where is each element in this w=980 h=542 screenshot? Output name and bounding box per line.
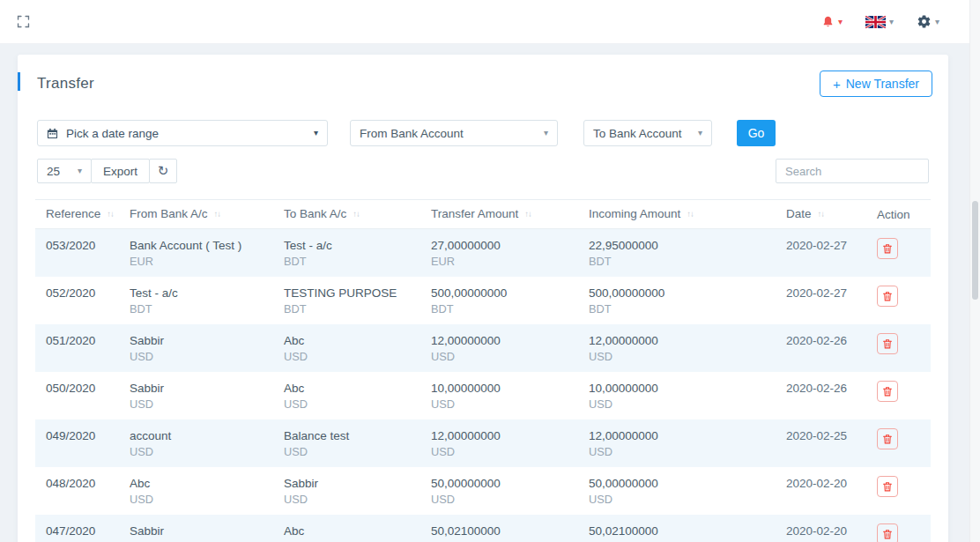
incoming-amount-cell: 12,00000000USD: [578, 419, 776, 467]
transfer-amount-cell: 50,00000000USD: [420, 467, 578, 515]
chevron-down-icon: ▾: [889, 18, 894, 26]
delete-button[interactable]: [877, 381, 898, 402]
column-header-label: From Bank A/c: [130, 207, 208, 220]
column-header-label: Reference: [46, 207, 100, 220]
column-header-label: To Bank A/c: [284, 207, 346, 220]
column-header[interactable]: To Bank A/c↑↓: [273, 200, 420, 229]
gear-icon: [917, 14, 932, 29]
transfer-table-head-row: Reference↑↓From Bank A/c↑↓To Bank A/c↑↓T…: [35, 200, 931, 229]
transfer-table: Reference↑↓From Bank A/c↑↓To Bank A/c↑↓T…: [35, 199, 931, 542]
from-bank-account-value: From Bank Account: [360, 127, 464, 140]
sort-icon: ↑↓: [107, 209, 114, 219]
delete-button[interactable]: [877, 523, 898, 542]
export-button[interactable]: Export: [91, 159, 150, 183]
trash-icon: [882, 243, 893, 255]
delete-button[interactable]: [877, 286, 898, 307]
go-button[interactable]: Go: [737, 120, 776, 146]
uk-flag-icon: [865, 16, 886, 28]
column-header[interactable]: Date↑↓: [776, 200, 866, 229]
action-cell: [866, 467, 931, 515]
transfer-table-body: 053/2020 Bank Account ( Test )EUR Test -…: [35, 229, 931, 542]
from-bank-cell: Bank Account ( Test )EUR: [119, 229, 273, 278]
sort-icon: ↑↓: [687, 209, 694, 219]
column-header-label: Date: [786, 207, 812, 220]
to-bank-cell: AbcUSD: [273, 324, 420, 372]
transfer-amount-cell: 10,00000000USD: [420, 372, 578, 419]
to-bank-cell: AbcUSD: [273, 372, 420, 419]
column-header-label: Action: [877, 208, 910, 221]
delete-button[interactable]: [877, 333, 898, 354]
incoming-amount-cell: 50,00000000USD: [578, 467, 776, 515]
delete-button[interactable]: [877, 428, 898, 449]
table-row: 050/2020 SabbirUSD AbcUSD 10,00000000USD…: [35, 372, 931, 419]
column-header[interactable]: Transfer Amount↑↓: [420, 200, 578, 229]
trash-icon: [882, 338, 893, 350]
transfer-amount-cell: 500,00000000BDT: [420, 277, 578, 324]
from-bank-cell: SabbirUSD: [119, 372, 273, 419]
plus-icon: +: [833, 78, 841, 91]
incoming-amount-cell: 50,02100000: [578, 515, 776, 542]
date-cell: 2020-02-20: [776, 467, 866, 515]
page-size-value: 25: [47, 165, 60, 178]
column-header[interactable]: From Bank A/c↑↓: [119, 200, 273, 229]
chevron-down-icon: ▾: [935, 18, 939, 26]
trash-icon: [882, 481, 893, 493]
chevron-down-icon: ▾: [544, 129, 548, 137]
table-row: 051/2020 SabbirUSD AbcUSD 12,00000000USD…: [35, 324, 931, 372]
from-bank-account-select[interactable]: From Bank Account ▾: [350, 120, 558, 146]
top-navbar: ▾ ▾ ▾: [0, 0, 980, 44]
reference-cell: 053/2020: [35, 229, 119, 278]
from-bank-cell: accountUSD: [119, 419, 273, 467]
delete-button[interactable]: [877, 238, 898, 259]
card-header: Transfer + New Transfer: [18, 55, 948, 120]
date-range-picker[interactable]: Pick a date range ▾: [37, 120, 328, 146]
incoming-amount-cell: 12,00000000USD: [578, 324, 776, 372]
date-cell: 2020-02-26: [776, 324, 866, 372]
to-bank-cell: Balance testUSD: [273, 419, 420, 467]
scrollbar-thumb[interactable]: [972, 201, 978, 300]
transfer-table-container: Reference↑↓From Bank A/c↑↓To Bank A/c↑↓T…: [18, 183, 948, 542]
vertical-scrollbar[interactable]: [969, 0, 980, 542]
trash-icon: [882, 529, 893, 540]
bell-icon: [821, 15, 835, 29]
notifications-dropdown[interactable]: ▾: [821, 15, 843, 29]
column-header[interactable]: Reference↑↓: [35, 200, 119, 229]
sort-icon: ↑↓: [353, 209, 360, 219]
chevron-down-icon: ▾: [838, 18, 843, 26]
settings-dropdown[interactable]: ▾: [917, 14, 939, 29]
language-dropdown[interactable]: ▾: [865, 16, 894, 28]
chevron-down-icon: ▾: [78, 167, 82, 175]
from-bank-cell: SabbirUSD: [119, 324, 273, 372]
new-transfer-button[interactable]: + New Transfer: [820, 71, 932, 97]
transfer-amount-cell: 12,00000000USD: [420, 324, 578, 372]
page-size-select[interactable]: 25 ▾: [37, 159, 92, 183]
incoming-amount-cell: 10,00000000USD: [578, 372, 776, 419]
chevron-down-icon: ▾: [314, 129, 318, 137]
action-cell: [866, 515, 931, 542]
column-header: Action: [866, 200, 931, 229]
transfer-amount-cell: 50,02100000: [420, 515, 578, 542]
reference-cell: 048/2020: [35, 467, 119, 515]
transfer-amount-cell: 12,00000000USD: [420, 419, 578, 467]
column-header-label: Transfer Amount: [431, 207, 518, 220]
search-input[interactable]: [776, 159, 929, 183]
search-container: [776, 159, 929, 183]
title-accent-bar: [18, 72, 20, 91]
action-cell: [866, 229, 931, 278]
action-cell: [866, 324, 931, 372]
action-cell: [866, 372, 931, 419]
reference-cell: 051/2020: [35, 324, 119, 372]
date-cell: 2020-02-26: [776, 372, 866, 419]
from-bank-cell: Test - a/cBDT: [119, 277, 273, 324]
reference-cell: 050/2020: [35, 372, 119, 419]
reference-cell: 047/2020: [35, 515, 119, 542]
delete-button[interactable]: [877, 476, 898, 497]
to-bank-cell: Test - a/cBDT: [273, 229, 420, 278]
chevron-down-icon: ▾: [698, 129, 702, 137]
refresh-button[interactable]: ↻: [149, 159, 177, 183]
column-header[interactable]: Incoming Amount↑↓: [578, 200, 776, 229]
to-bank-account-select[interactable]: To Bank Account ▾: [583, 120, 712, 146]
fullscreen-toggle[interactable]: [16, 14, 31, 29]
trash-icon: [882, 291, 893, 302]
transfer-amount-cell: 27,00000000EUR: [420, 229, 578, 278]
